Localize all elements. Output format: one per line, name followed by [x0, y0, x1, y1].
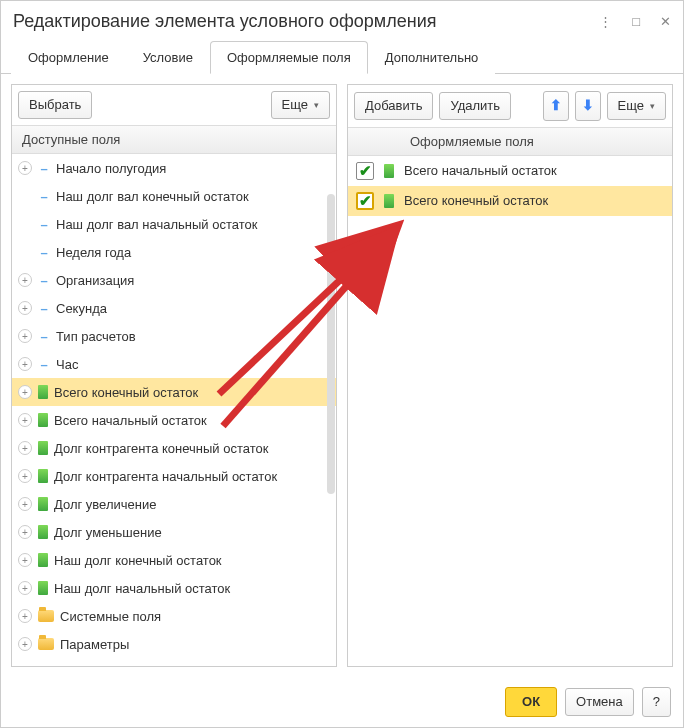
close-icon[interactable]: ✕	[660, 15, 671, 28]
tree-row[interactable]: –Неделя года	[12, 238, 336, 266]
expand-icon[interactable]: +	[18, 301, 32, 315]
move-down-button[interactable]: ⬇	[575, 91, 601, 121]
row-label: Наш долг начальный остаток	[54, 581, 330, 596]
tree-row[interactable]: +Долг увеличение	[12, 490, 336, 518]
field-resource-icon	[38, 413, 48, 427]
expand-icon[interactable]: +	[18, 553, 32, 567]
right-toolbar: Добавить Удалить ⬆ ⬇ Еще▾	[348, 85, 672, 127]
field-scalar-icon: –	[38, 161, 50, 176]
label: Удалить	[450, 97, 500, 115]
expand-icon[interactable]: +	[18, 525, 32, 539]
tab-design[interactable]: Оформление	[11, 41, 126, 74]
cancel-button[interactable]: Отмена	[565, 688, 634, 716]
no-expand	[18, 217, 32, 231]
tree-row[interactable]: +Долг контрагента конечный остаток	[12, 434, 336, 462]
row-label: Секунда	[56, 301, 330, 316]
check-icon: ✔	[359, 193, 372, 208]
window: Редактирование элемента условного оформл…	[0, 0, 684, 728]
tree-row[interactable]: +–Секунда	[12, 294, 336, 322]
expand-icon[interactable]: +	[18, 581, 32, 595]
field-scalar-icon: –	[38, 357, 50, 372]
tree-row[interactable]: –Наш долг вал конечный остаток	[12, 182, 336, 210]
tree-row[interactable]: +–Час	[12, 350, 336, 378]
field-scalar-icon: –	[38, 189, 50, 204]
row-label: Долг контрагента начальный остаток	[54, 469, 330, 484]
row-label: Параметры	[60, 637, 330, 652]
row-label: Наш долг конечный остаток	[54, 553, 330, 568]
expand-icon[interactable]: +	[18, 273, 32, 287]
selected-fields-list[interactable]: ✔Всего начальный остаток✔Всего конечный …	[348, 156, 672, 666]
row-label: Наш долг вал начальный остаток	[56, 217, 330, 232]
caret-down-icon: ▾	[650, 100, 655, 113]
field-resource-icon	[38, 497, 48, 511]
row-label: Всего начальный остаток	[404, 163, 664, 178]
window-title: Редактирование элемента условного оформл…	[13, 11, 436, 32]
tree-row[interactable]: +Долг контрагента начальный остаток	[12, 462, 336, 490]
label: Выбрать	[29, 96, 81, 114]
tab-label: Дополнительно	[385, 50, 479, 65]
help-button[interactable]: ?	[642, 687, 671, 717]
move-up-button[interactable]: ⬆	[543, 91, 569, 121]
scrollbar[interactable]	[327, 194, 335, 494]
no-expand	[18, 189, 32, 203]
row-label: Начало полугодия	[56, 161, 330, 176]
menu-icon[interactable]: ⋮	[599, 15, 612, 28]
tree-row[interactable]: +–Тип расчетов	[12, 322, 336, 350]
select-button[interactable]: Выбрать	[18, 91, 92, 119]
field-resource-icon	[38, 525, 48, 539]
footer: ОК Отмена ?	[1, 677, 683, 727]
tree-row[interactable]: +Параметры	[12, 630, 336, 658]
expand-icon[interactable]: +	[18, 609, 32, 623]
tree-row[interactable]: +–Организация	[12, 266, 336, 294]
expand-icon[interactable]: +	[18, 469, 32, 483]
restore-icon[interactable]: □	[632, 15, 640, 28]
tree-row[interactable]: +Всего начальный остаток	[12, 406, 336, 434]
list-item[interactable]: ✔Всего начальный остаток	[348, 156, 672, 186]
tree-row[interactable]: +–Начало полугодия	[12, 154, 336, 182]
expand-icon[interactable]: +	[18, 413, 32, 427]
tab-condition[interactable]: Условие	[126, 41, 210, 74]
expand-icon[interactable]: +	[18, 385, 32, 399]
more-button[interactable]: Еще▾	[607, 92, 666, 120]
field-scalar-icon: –	[38, 273, 50, 288]
checkbox[interactable]: ✔	[356, 162, 374, 180]
titlebar: Редактирование элемента условного оформл…	[1, 1, 683, 40]
ok-button[interactable]: ОК	[505, 687, 557, 717]
delete-button[interactable]: Удалить	[439, 92, 511, 120]
row-label: Наш долг вал конечный остаток	[56, 189, 330, 204]
field-resource-icon	[38, 581, 48, 595]
expand-icon[interactable]: +	[18, 357, 32, 371]
add-button[interactable]: Добавить	[354, 92, 433, 120]
label: ОК	[522, 693, 540, 711]
field-resource-icon	[384, 164, 394, 178]
expand-icon[interactable]: +	[18, 637, 32, 651]
expand-icon[interactable]: +	[18, 441, 32, 455]
expand-icon[interactable]: +	[18, 497, 32, 511]
window-controls: ⋮ □ ✕	[599, 15, 671, 28]
tree-row[interactable]: +Долг уменьшение	[12, 518, 336, 546]
more-button[interactable]: Еще▾	[271, 91, 330, 119]
row-label: Всего конечный остаток	[404, 193, 664, 208]
tree-row[interactable]: +Наш долг начальный остаток	[12, 574, 336, 602]
left-toolbar: Выбрать Еще▾	[12, 85, 336, 125]
expand-icon[interactable]: +	[18, 161, 32, 175]
tab-label: Оформляемые поля	[227, 50, 351, 65]
tab-fields[interactable]: Оформляемые поля	[210, 41, 368, 74]
list-item[interactable]: ✔Всего конечный остаток	[348, 186, 672, 216]
available-fields-tree[interactable]: +–Начало полугодия–Наш долг вал конечный…	[12, 154, 336, 666]
row-label: Долг уменьшение	[54, 525, 330, 540]
tree-row[interactable]: –Наш долг вал начальный остаток	[12, 210, 336, 238]
expand-icon[interactable]: +	[18, 329, 32, 343]
check-icon: ✔	[359, 163, 372, 178]
tab-additional[interactable]: Дополнительно	[368, 41, 496, 74]
row-label: Всего начальный остаток	[54, 413, 330, 428]
tree-row[interactable]: +Системные поля	[12, 602, 336, 630]
label: ?	[653, 693, 660, 711]
label: Отмена	[576, 693, 623, 711]
tree-row[interactable]: +Наш долг конечный остаток	[12, 546, 336, 574]
field-scalar-icon: –	[38, 245, 50, 260]
label: Еще	[618, 97, 644, 115]
row-label: Тип расчетов	[56, 329, 330, 344]
checkbox[interactable]: ✔	[356, 192, 374, 210]
tree-row[interactable]: +Всего конечный остаток	[12, 378, 336, 406]
